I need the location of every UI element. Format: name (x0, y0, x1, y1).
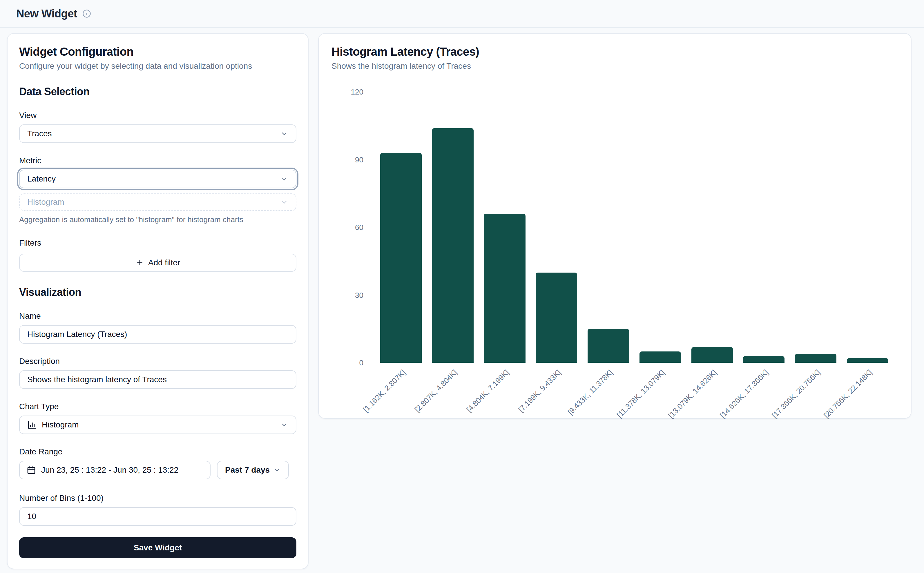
histogram-bar[interactable] (639, 351, 681, 363)
metric-label: Metric (19, 156, 296, 166)
y-axis: 0306090120 (329, 92, 369, 363)
name-input[interactable] (19, 325, 296, 344)
x-axis-label: [7.199K, 9.433K] (517, 368, 563, 414)
visualization-heading: Visualization (19, 286, 296, 298)
x-axis-label: [9.433K, 11.378K] (566, 368, 615, 417)
chart-plot-area: 0306090120 [1.162K, 2.807K][2.807K, 4.80… (375, 92, 894, 363)
chevron-down-icon (280, 198, 288, 206)
x-axis-label: [1.162K, 2.807K] (361, 368, 407, 414)
histogram-bar[interactable] (380, 153, 422, 363)
histogram-bar[interactable] (691, 347, 733, 363)
x-axis-label: [14.626K, 17.366K] (718, 368, 770, 420)
y-tick-label: 60 (355, 223, 363, 232)
add-filter-button[interactable]: Add filter (19, 254, 296, 272)
chart-type-value: Histogram (42, 420, 275, 429)
histogram-bar[interactable] (795, 354, 836, 363)
x-axis: [1.162K, 2.807K][2.807K, 4.804K][4.804K,… (375, 363, 894, 421)
y-tick-label: 30 (355, 291, 363, 299)
chart-type-label: Chart Type (19, 402, 296, 412)
date-range-value: Jun 23, 25 : 13:22 - Jun 30, 25 : 13:22 (41, 465, 179, 475)
main-content: Widget Configuration Configure your widg… (0, 28, 924, 569)
config-title: Widget Configuration (19, 45, 296, 58)
x-axis-label: [13.079K, 14.626K] (666, 368, 718, 420)
aggregation-help-text: Aggregation is automatically set to "his… (19, 215, 296, 224)
bins-input[interactable] (19, 507, 296, 526)
histogram-bar[interactable] (847, 358, 888, 363)
chart-title: Histogram Latency (Traces) (332, 45, 898, 58)
histogram-bar[interactable] (536, 272, 577, 363)
x-axis-label: [17.366K, 20.756K] (770, 368, 822, 420)
chevron-down-icon (280, 175, 288, 183)
histogram-chart: 0306090120 [1.162K, 2.807K][2.807K, 4.80… (375, 92, 894, 363)
date-preset-button[interactable]: Past 7 days (217, 461, 289, 479)
page-title: New Widget (16, 8, 77, 20)
page-header: New Widget (0, 0, 924, 28)
chevron-down-icon (273, 466, 281, 474)
config-subtitle: Configure your widget by selecting data … (19, 61, 296, 71)
calendar-icon (27, 465, 36, 475)
date-range-input[interactable]: Jun 23, 25 : 13:22 - Jun 30, 25 : 13:22 (19, 461, 211, 479)
x-axis-label: [11.378K, 13.079K] (615, 368, 666, 420)
description-input[interactable] (19, 370, 296, 389)
histogram-bar[interactable] (432, 128, 474, 363)
widget-config-panel: Widget Configuration Configure your widg… (7, 33, 309, 569)
save-widget-button[interactable]: Save Widget (19, 537, 296, 558)
y-tick-label: 120 (351, 88, 363, 97)
info-icon[interactable] (82, 9, 91, 18)
description-label: Description (19, 356, 296, 366)
date-preset-label: Past 7 days (225, 465, 270, 475)
chevron-down-icon (280, 421, 288, 429)
x-axis-label: [2.807K, 4.804K] (413, 368, 459, 414)
view-select[interactable]: Traces (19, 124, 296, 143)
histogram-bar[interactable] (587, 329, 629, 363)
y-tick-label: 0 (359, 359, 363, 367)
add-filter-label: Add filter (148, 258, 180, 267)
bins-label: Number of Bins (1-100) (19, 493, 296, 503)
filters-label: Filters (19, 238, 296, 248)
histogram-bar[interactable] (484, 214, 525, 363)
plus-icon (135, 258, 144, 267)
metric-select-value: Latency (27, 174, 275, 183)
date-range-label: Date Range (19, 447, 296, 457)
aggregation-select-value: Histogram (27, 197, 275, 207)
date-range-row: Jun 23, 25 : 13:22 - Jun 30, 25 : 13:22 … (19, 461, 296, 479)
chart-type-select[interactable]: Histogram (19, 416, 296, 434)
metric-select[interactable]: Latency (19, 170, 296, 188)
bar-chart-icon (27, 420, 36, 429)
chevron-down-icon (280, 130, 288, 138)
chart-panel: Histogram Latency (Traces) Shows the his… (318, 33, 911, 419)
y-tick-label: 90 (355, 155, 363, 164)
view-label: View (19, 111, 296, 121)
data-selection-heading: Data Selection (19, 86, 296, 98)
x-axis-label: [4.804K, 7.199K] (465, 368, 511, 414)
aggregation-select: Histogram (19, 193, 296, 211)
x-axis-label: [20.756K, 22.148K] (822, 368, 874, 420)
name-label: Name (19, 311, 296, 321)
view-select-value: Traces (27, 129, 275, 138)
histogram-bar[interactable] (743, 356, 785, 363)
chart-subtitle: Shows the histogram latency of Traces (332, 61, 898, 71)
